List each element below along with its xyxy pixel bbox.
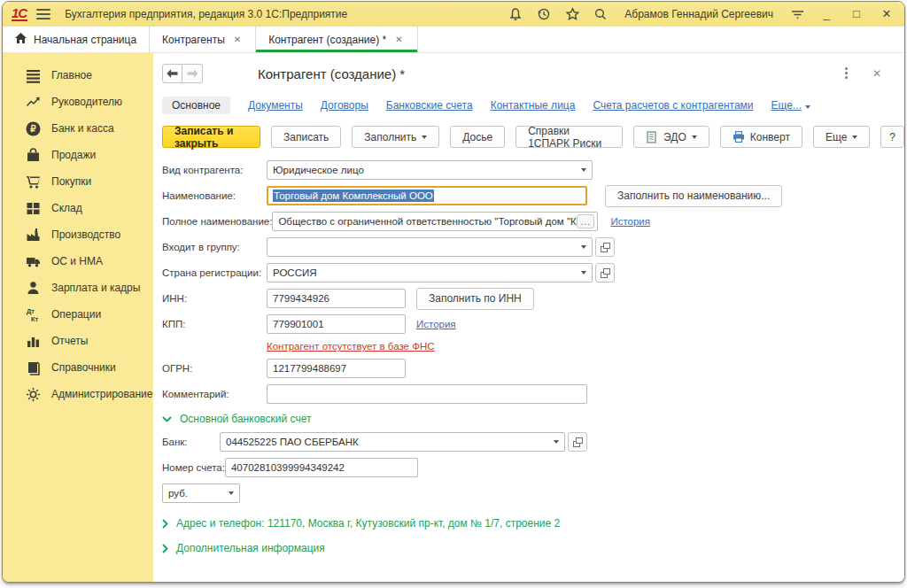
minimize-button[interactable]: _: [818, 6, 835, 22]
notifications-bell-icon[interactable]: [508, 6, 523, 22]
sidebar-item-rukovoditelyu[interactable]: Руководителю: [3, 89, 153, 115]
full-name-input[interactable]: Общество с ограниченной ответственностью…: [272, 212, 598, 231]
comment-input[interactable]: [267, 384, 587, 404]
dt-kt-icon: ДтКт: [26, 307, 41, 322]
bank-label: Банк:: [162, 437, 220, 447]
open-in-form-icon: [573, 437, 583, 447]
help-button[interactable]: ?: [880, 126, 904, 148]
back-button[interactable]: [162, 64, 182, 83]
svg-text:₽: ₽: [30, 124, 36, 134]
country-open-button[interactable]: [595, 263, 615, 282]
tab-dokumenty[interactable]: Документы: [248, 99, 303, 112]
history-icon[interactable]: [536, 6, 552, 22]
inn-label: ИНН:: [162, 293, 267, 304]
main-menu-icon[interactable]: [36, 9, 50, 19]
1c-logo: 1С: [12, 7, 27, 21]
sidebar-item-spravochniki[interactable]: Справочники: [3, 354, 153, 381]
dropdown-caret-icon[interactable]: [575, 161, 592, 179]
full-name-label: Полное наименование:: [162, 216, 272, 227]
bank-section-header[interactable]: Основной банковский счет: [162, 413, 904, 425]
ogrn-input[interactable]: 1217799488697: [267, 359, 406, 378]
extra-info-section-header[interactable]: Дополнительная информация: [162, 542, 904, 554]
book-icon: [26, 360, 41, 375]
expand-text-button[interactable]: ...: [577, 214, 594, 228]
tab-home[interactable]: Начальная страница: [3, 27, 150, 52]
app-title: Бухгалтерия предприятия, редакция 3.0 1С…: [65, 8, 347, 20]
window-tab-bar: Начальная страница Контрагенты ✕ Контраг…: [3, 27, 904, 53]
sidebar-item-proizvodstvo[interactable]: Производство: [3, 221, 153, 248]
country-label: Страна регистрации:: [162, 267, 267, 278]
dropdown-caret-icon[interactable]: [222, 484, 239, 502]
svg-text:Кт: Кт: [31, 314, 39, 322]
tab-dogovory[interactable]: Договоры: [321, 99, 368, 112]
tab-kontaktnye-litsa[interactable]: Контактные лица: [491, 99, 576, 112]
fill-button[interactable]: Заполнить: [352, 126, 439, 148]
tab-more[interactable]: Еще...: [771, 99, 810, 112]
bag-icon: [26, 148, 41, 163]
tab-close-icon[interactable]: ✕: [393, 33, 404, 46]
bank-select[interactable]: 044525225 ПАО СБЕРБАНК: [220, 432, 565, 452]
person-icon: [26, 281, 41, 296]
close-window-button[interactable]: ✕: [878, 6, 895, 22]
sidebar-item-glavnoe[interactable]: Главное: [3, 62, 153, 89]
sidebar-item-zarplata-i-kadry[interactable]: Зарплата и кадры: [3, 275, 153, 301]
save-button[interactable]: Записать: [271, 126, 341, 148]
country-select[interactable]: РОССИЯ: [267, 263, 593, 282]
bank-open-button[interactable]: [568, 432, 587, 452]
tab-kontragent-create[interactable]: Контрагент (создание) * ✕: [256, 27, 417, 52]
gear-icon: [26, 387, 41, 402]
more-menu-icon[interactable]: [843, 66, 849, 81]
tab-close-icon[interactable]: ✕: [232, 33, 243, 46]
kpp-input[interactable]: 779901001: [267, 314, 406, 334]
dropdown-caret-icon[interactable]: [575, 264, 592, 282]
currency-select[interactable]: руб.: [162, 484, 240, 503]
fill-by-name-button[interactable]: Заполнить по наименованию...: [605, 185, 782, 207]
forward-button[interactable]: [182, 64, 203, 83]
more-button[interactable]: Еще: [813, 126, 870, 148]
tab-osnovnoe[interactable]: Основное: [162, 97, 230, 114]
tab-scheta-raschetov[interactable]: Счета расчетов с контрагентами: [593, 99, 753, 112]
sidebar-item-administrirovanie[interactable]: Администрирование: [3, 381, 153, 407]
sidebar-item-pokupki[interactable]: Покупки: [3, 168, 153, 195]
chevron-right-icon: [162, 519, 168, 529]
home-icon: [15, 33, 27, 46]
full-name-history-link[interactable]: История: [610, 216, 650, 227]
chevron-down-icon: [162, 416, 172, 422]
maximize-button[interactable]: □: [848, 6, 865, 22]
group-open-button[interactable]: [595, 237, 615, 257]
chevron-right-icon: [162, 544, 168, 553]
envelope-button[interactable]: Конверт: [720, 126, 802, 148]
spark-button[interactable]: Справки 1СПАРК Риски: [516, 126, 623, 148]
sidebar-item-bank-i-kassa[interactable]: ₽ Банк и касса: [3, 115, 153, 142]
sidebar-item-operatsii[interactable]: ДтКт Операции: [3, 301, 153, 328]
sidebar-item-otchety[interactable]: Отчеты: [3, 328, 153, 354]
inn-input[interactable]: 7799434926: [267, 289, 406, 308]
close-form-icon[interactable]: ✕: [872, 67, 881, 80]
title-bar: 1С Бухгалтерия предприятия, редакция 3.0…: [3, 2, 904, 27]
fns-warning-link[interactable]: Контрагент отсутствует в базе ФНС: [267, 341, 435, 352]
tab-bankovskie-scheta[interactable]: Банковские счета: [386, 99, 473, 112]
edo-button[interactable]: ЭДО: [633, 126, 709, 148]
kpp-history-link[interactable]: История: [416, 319, 456, 329]
dossier-button[interactable]: Досье: [450, 126, 505, 148]
tab-home-label: Начальная страница: [34, 34, 136, 46]
tab-label: Контрагент (создание) *: [268, 34, 386, 46]
service-menu-icon[interactable]: [789, 6, 805, 22]
sidebar-item-prodazhi[interactable]: Продажи: [3, 142, 153, 168]
kind-select[interactable]: Юридическое лицо: [267, 160, 593, 180]
current-user[interactable]: Абрамов Геннадий Сергеевич: [624, 8, 773, 20]
sidebar-item-sklad[interactable]: Склад: [3, 195, 153, 221]
group-select[interactable]: [267, 237, 593, 257]
sidebar-item-os-i-nma[interactable]: ОС и НМА: [3, 248, 153, 275]
search-icon[interactable]: [593, 6, 609, 22]
tab-kontragenty[interactable]: Контрагенты ✕: [150, 27, 256, 52]
dropdown-caret-icon[interactable]: [575, 238, 592, 256]
name-input[interactable]: Торговый дом Комплексный ООО: [267, 186, 587, 205]
address-section-header[interactable]: Адрес и телефон: 121170, Москва г, Кутуз…: [162, 517, 904, 530]
account-input[interactable]: 40702810399994349242: [225, 458, 418, 477]
factory-icon: [26, 228, 41, 243]
favorites-star-icon[interactable]: [564, 6, 580, 22]
save-and-close-button[interactable]: Записать и закрыть: [162, 126, 260, 148]
dropdown-caret-icon[interactable]: [547, 433, 564, 451]
fill-by-inn-button[interactable]: Заполнить по ИНН: [416, 288, 534, 310]
